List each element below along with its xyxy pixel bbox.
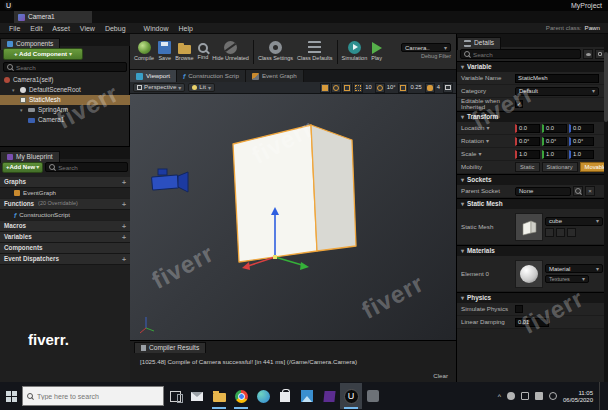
my-blueprint-search[interactable]: [45, 162, 128, 172]
section-variable[interactable]: ▾ Variable: [457, 61, 608, 72]
parent-class-value[interactable]: Pawn: [585, 25, 600, 31]
section-static-mesh[interactable]: ▾ Static Mesh: [457, 198, 608, 209]
find-button[interactable]: Find: [196, 40, 211, 63]
bp-section-functions[interactable]: Functions (20 Overridable) +: [0, 199, 130, 210]
rotation-y-field[interactable]: 0.0°: [542, 137, 567, 146]
battery-icon[interactable]: [549, 392, 557, 400]
task-view-button[interactable]: [164, 383, 186, 409]
add-new-button[interactable]: +Add New ▾: [2, 162, 43, 173]
grid-snap-button[interactable]: [353, 83, 363, 93]
onedrive-icon[interactable]: [507, 392, 515, 400]
class-defaults-button[interactable]: Class Defaults: [295, 39, 334, 64]
perspective-button[interactable]: Perspective ▾: [133, 83, 185, 92]
menu-edit[interactable]: Edit: [25, 25, 47, 32]
tree-item-staticmesh[interactable]: StaticMesh: [0, 95, 130, 105]
category-select[interactable]: Default ▾: [515, 87, 599, 96]
material-thumbnail[interactable]: [515, 260, 543, 288]
blueprint-window-tab[interactable]: Camera1: [14, 11, 92, 23]
tree-item-camera1[interactable]: Camera1: [0, 115, 130, 125]
scrollbar-thumb[interactable]: [604, 52, 608, 122]
menu-debug[interactable]: Debug: [100, 25, 131, 32]
editable-checkbox[interactable]: ✓: [515, 100, 523, 108]
browse-button[interactable]: Browse: [173, 40, 195, 64]
save-button[interactable]: Save: [156, 39, 173, 64]
tree-item-camera1-self[interactable]: Camera1(self): [0, 75, 130, 85]
components-search-input[interactable]: [16, 64, 123, 71]
scale-x-field[interactable]: 1.0: [515, 150, 540, 159]
scale-z-field[interactable]: 1.0: [569, 150, 594, 159]
store-button[interactable]: [274, 383, 296, 409]
scale-tool-button[interactable]: [342, 83, 352, 93]
file-explorer-button[interactable]: [208, 383, 230, 409]
windows-start-button[interactable]: [0, 383, 22, 409]
section-physics[interactable]: ▾ Physics: [457, 292, 608, 303]
rotation-x-field[interactable]: 0.0°: [515, 137, 540, 146]
hide-unrelated-button[interactable]: Hide Unrelated: [210, 39, 251, 64]
add-graph-button[interactable]: +: [122, 179, 126, 186]
photos-button[interactable]: [296, 383, 318, 409]
taskbar-search[interactable]: [22, 386, 164, 406]
material-select[interactable]: Material ▾: [545, 264, 603, 273]
compiler-results-tab[interactable]: Compiler Results: [134, 342, 206, 353]
volume-icon[interactable]: [535, 392, 543, 400]
scale-y-field[interactable]: 1.0: [542, 150, 567, 159]
section-sockets[interactable]: ▾ Sockets: [457, 174, 608, 185]
add-variable-button[interactable]: +: [122, 234, 126, 241]
tray-expand-button[interactable]: ^: [498, 393, 501, 400]
details-tab[interactable]: Details: [457, 37, 501, 50]
location-z-field[interactable]: 0.0: [569, 124, 594, 133]
edge-button[interactable]: [252, 383, 274, 409]
rotation-z-field[interactable]: 0.0°: [569, 137, 594, 146]
tab-construction-script[interactable]: f Construction Scrip: [177, 70, 246, 82]
linear-damping-field[interactable]: 0.01: [515, 318, 549, 327]
menu-file[interactable]: File: [4, 25, 25, 32]
details-scrollbar[interactable]: [604, 34, 608, 382]
tree-item-springarm[interactable]: ▾ SpringArm: [0, 105, 130, 115]
show-desktop-button[interactable]: [599, 382, 602, 410]
rotation-snap-button[interactable]: [375, 83, 385, 93]
eye-icon[interactable]: [583, 49, 593, 59]
cube-mesh[interactable]: [233, 125, 356, 262]
expander-icon[interactable]: ▾: [12, 88, 17, 93]
mobility-stationary-button[interactable]: Stationary: [542, 162, 578, 172]
components-search[interactable]: [3, 62, 127, 72]
socket-clear-button[interactable]: ×: [585, 186, 595, 196]
bp-item-constructionscript[interactable]: f ConstructionScript: [0, 210, 130, 221]
menu-window[interactable]: Window: [139, 25, 174, 32]
class-settings-button[interactable]: Class Settings: [256, 39, 295, 64]
variable-name-field[interactable]: [515, 74, 599, 83]
menu-asset[interactable]: Asset: [47, 25, 75, 32]
simulate-physics-checkbox[interactable]: [515, 305, 523, 313]
lit-button[interactable]: Lit ▾: [188, 83, 215, 92]
grid-snap-value[interactable]: 10: [365, 85, 371, 91]
taskbar-search-input[interactable]: [37, 393, 159, 400]
mobility-static-button[interactable]: Static: [515, 162, 540, 172]
my-blueprint-search-input[interactable]: [58, 164, 124, 171]
socket-search-button[interactable]: [573, 186, 583, 196]
menu-view[interactable]: View: [75, 25, 100, 32]
location-x-field[interactable]: 0.0: [515, 124, 540, 133]
bp-item-eventgraph[interactable]: EventGraph: [0, 188, 130, 199]
menu-help[interactable]: Help: [173, 25, 197, 32]
static-mesh-thumbnail[interactable]: [515, 213, 543, 241]
add-macro-button[interactable]: +: [122, 223, 126, 230]
tree-item-defaultsceneroot[interactable]: ▾ DefaultSceneRoot: [0, 85, 130, 95]
bp-section-event-dispatchers[interactable]: Event Dispatchers +: [0, 254, 130, 265]
bp-section-variables[interactable]: Variables +: [0, 232, 130, 243]
scale-snap-value[interactable]: 0.25: [410, 85, 421, 91]
debug-object-select[interactable]: Camera.. ▾: [401, 43, 451, 52]
scale-snap-button[interactable]: [398, 83, 408, 93]
tab-viewport[interactable]: Viewport: [130, 70, 177, 82]
maximize-viewport-button[interactable]: [443, 83, 453, 93]
details-search[interactable]: [460, 49, 581, 59]
simulation-button[interactable]: Simulation: [340, 39, 370, 64]
unreal-taskbar-button[interactable]: U: [340, 383, 362, 409]
section-transform[interactable]: ▾ Transform: [457, 111, 608, 122]
static-mesh-select[interactable]: cube ▾: [545, 217, 603, 226]
use-selected-button[interactable]: [545, 228, 554, 237]
camera-speed-value[interactable]: 4: [437, 85, 440, 91]
reset-asset-button[interactable]: [567, 228, 576, 237]
camera-actor[interactable]: [152, 169, 188, 192]
rotate-tool-button[interactable]: [331, 83, 341, 93]
play-button[interactable]: Play: [369, 39, 384, 64]
